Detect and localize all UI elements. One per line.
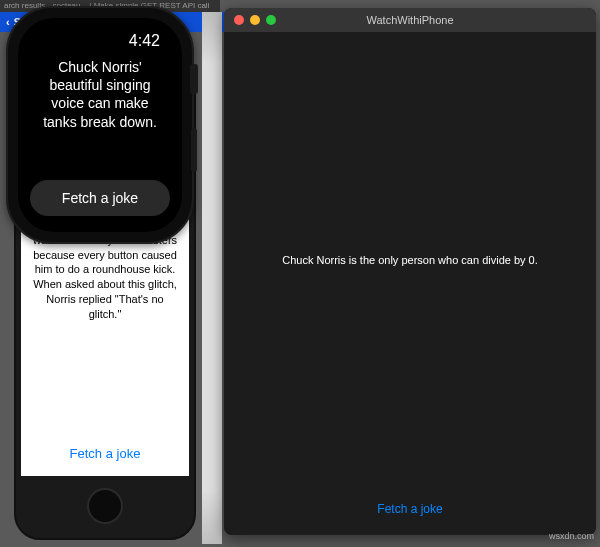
watch-side-button[interactable] bbox=[191, 128, 197, 172]
watch-case: 4:42 Chuck Norris' beautiful singing voi… bbox=[6, 6, 194, 244]
iphone-home-button[interactable] bbox=[87, 488, 123, 524]
watch-simulator: 4:42 Chuck Norris' beautiful singing voi… bbox=[6, 6, 194, 244]
mac-joke-text: Chuck Norris is the only person who can … bbox=[282, 254, 538, 266]
close-icon[interactable] bbox=[234, 15, 244, 25]
mac-joke-area: Chuck Norris is the only person who can … bbox=[224, 32, 596, 487]
watch-screen: 4:42 Chuck Norris' beautiful singing voi… bbox=[18, 18, 182, 232]
minimize-icon[interactable] bbox=[250, 15, 260, 25]
watch-time: 4:42 bbox=[28, 32, 172, 50]
watch-digital-crown[interactable] bbox=[190, 64, 198, 94]
watch-joke-text: Chuck Norris' beautiful singing voice ca… bbox=[28, 58, 172, 176]
window-title: WatchWithiPhone bbox=[224, 14, 596, 26]
mac-button-row: Fetch a joke bbox=[224, 487, 596, 535]
mac-app-window: WatchWithiPhone Chuck Norris is the only… bbox=[224, 8, 596, 535]
watermark: wsxdn.com bbox=[549, 531, 594, 541]
background-scroll-area bbox=[202, 12, 222, 544]
fetch-joke-button-watch[interactable]: Fetch a joke bbox=[30, 180, 170, 216]
iphone-button-row: Fetch a joke bbox=[21, 434, 189, 476]
fetch-joke-button-mac[interactable]: Fetch a joke bbox=[377, 502, 442, 516]
traffic-lights bbox=[224, 15, 276, 25]
mac-titlebar[interactable]: WatchWithiPhone bbox=[224, 8, 596, 32]
fetch-joke-button-iphone[interactable]: Fetch a joke bbox=[70, 446, 141, 461]
mac-window-body: Chuck Norris is the only person who can … bbox=[224, 32, 596, 535]
fullscreen-icon[interactable] bbox=[266, 15, 276, 25]
